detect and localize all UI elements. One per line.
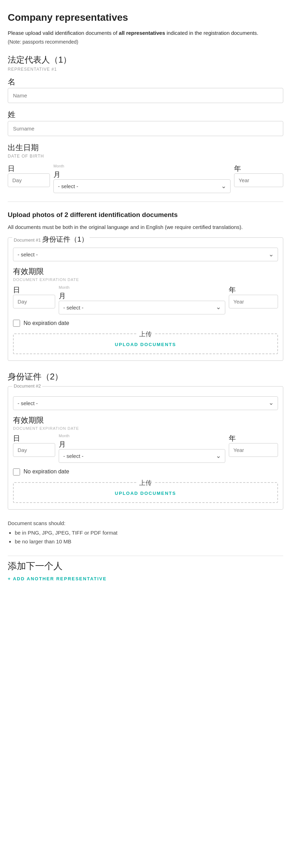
dob-day-col: 日 [8, 164, 50, 187]
page-title: Company representatives [8, 11, 283, 24]
doc1-legend-en: Document #1 [14, 237, 41, 243]
representative-section: 法定代表人（1） REPRESENTATIVE #1 名 姓 出生日期 DATE… [8, 54, 283, 193]
representative-label-en: REPRESENTATIVE #1 [8, 66, 283, 72]
doc1-day-col: 日 [13, 285, 55, 308]
upload-photos-title: Upload photos of 2 different identificat… [8, 210, 283, 220]
doc1-upload-wrapper: 上传 UPLOAD DOCUMENTS [13, 333, 278, 354]
section-divider-1 [8, 202, 283, 202]
surname-field-group: 姓 [8, 109, 283, 136]
doc1-year-col: 年 [229, 285, 278, 308]
doc2-year-zh: 年 [229, 433, 278, 443]
doc1-day-input[interactable] [13, 295, 55, 308]
doc1-type-select-wrapper: - select - Passport ID Card Driver's Lic… [13, 248, 278, 261]
doc1-expiry-en: DOCUMENT EXPIRATION DATE [13, 277, 278, 282]
dob-month-select-wrapper: - select - JanuaryFebruary MarchApril Ma… [53, 179, 231, 193]
dob-date-row: 日 Month 月 - select - JanuaryFebruary Mar… [8, 164, 283, 193]
add-rep-title-zh: 添加下一个人 [8, 560, 283, 572]
doc1-expiry-zh: 有效期限 [13, 266, 278, 277]
doc2-day-input[interactable] [13, 443, 55, 457]
doc2-legend-en: Document #2 [14, 383, 41, 389]
scan-notes-heading: Document scans should: [8, 519, 283, 527]
dob-month-sub: Month [53, 164, 231, 169]
doc2-day-col: 日 [13, 433, 55, 457]
doc1-month-zh: 月 [59, 291, 225, 301]
doc1-no-expiry-checkbox[interactable] [13, 320, 20, 327]
dob-field-group: 出生日期 DATE OF BIRTH 日 Month 月 - select - … [8, 142, 283, 193]
doc2-expiry-date-row: 日 Month 月 - select - JanuaryFebruary Mar… [13, 433, 278, 463]
dob-day-input[interactable] [8, 173, 50, 187]
dob-month-col: Month 月 - select - JanuaryFebruary March… [53, 164, 231, 193]
doc1-type-select[interactable]: - select - Passport ID Card Driver's Lic… [13, 248, 278, 261]
doc1-legend: Document #1 身份证件（1） [12, 234, 90, 244]
doc2-no-expiry-row: No expiration date [13, 468, 278, 476]
doc1-select-wrapper-outer: - select - Passport ID Card Driver's Lic… [13, 248, 278, 261]
doc2-upload-zh: 上传 [136, 479, 155, 487]
upload-photos-note: All documents must be both in the origin… [8, 223, 283, 231]
doc2-month-zh: 月 [59, 439, 225, 449]
scan-notes-item-2: be no larger than 10 MB [15, 538, 283, 545]
add-representative-section: 添加下一个人 + ADD ANOTHER REPRESENTATIVE [8, 556, 283, 583]
passport-note: (Note: passports recommended) [8, 39, 283, 46]
name-field-group: 名 [8, 77, 283, 103]
doc1-upload-zh: 上传 [136, 330, 155, 339]
doc2-upload-wrapper: 上传 UPLOAD DOCUMENTS [13, 482, 278, 503]
doc1-month-col: Month 月 - select - JanuaryFebruary March… [59, 285, 225, 314]
doc1-legend-zh: 身份证件（1） [42, 235, 88, 243]
dob-month-zh: 月 [53, 170, 231, 179]
doc2-month-sub: Month [59, 433, 225, 439]
doc2-day-zh: 日 [13, 433, 55, 443]
doc1-month-sub: Month [59, 285, 225, 290]
intro-bold: all representatives [119, 30, 165, 36]
doc1-expiry-date-row: 日 Month 月 - select - JanuaryFebruary Mar… [13, 285, 278, 314]
scan-notes-list: be in PNG, JPG, JPEG, TIFF or PDF format… [8, 529, 283, 545]
dob-day-zh: 日 [8, 164, 50, 173]
name-label-zh: 名 [8, 77, 283, 88]
dob-label-zh: 出生日期 [8, 142, 283, 153]
doc2-month-col: Month 月 - select - JanuaryFebruary March… [59, 433, 225, 463]
surname-label-zh: 姓 [8, 109, 283, 120]
doc2-month-select[interactable]: - select - JanuaryFebruary MarchApril Ma… [59, 449, 225, 463]
doc2-month-select-wrapper: - select - JanuaryFebruary MarchApril Ma… [59, 449, 225, 463]
doc2-select-wrapper-outer: - select - Passport ID Card Driver's Lic… [13, 396, 278, 410]
add-representative-button[interactable]: + ADD ANOTHER REPRESENTATIVE [8, 576, 107, 581]
upload-photos-section: Upload photos of 2 different identificat… [8, 210, 283, 583]
scan-notes-item-1: be in PNG, JPG, JPEG, TIFF or PDF format [15, 529, 283, 536]
dob-month-select[interactable]: - select - JanuaryFebruary MarchApril Ma… [53, 179, 231, 193]
doc2-type-select[interactable]: - select - Passport ID Card Driver's Lic… [13, 396, 278, 410]
doc2-type-select-wrapper: - select - Passport ID Card Driver's Lic… [13, 396, 278, 410]
dob-year-col: 年 [234, 164, 283, 187]
doc2-fieldset: Document #2 - select - Passport ID Card … [8, 386, 283, 510]
representative-title-zh: 法定代表人（1） [8, 54, 283, 66]
doc1-no-expiry-label: No expiration date [24, 319, 69, 327]
doc1-month-select[interactable]: - select - JanuaryFebruary MarchApril Ma… [59, 301, 225, 314]
surname-input[interactable] [8, 121, 283, 136]
doc2-expiry-zh: 有效期限 [13, 415, 278, 426]
doc1-fieldset: Document #1 身份证件（1） - select - Passport … [8, 237, 283, 361]
dob-year-zh: 年 [234, 164, 283, 173]
doc1-year-zh: 年 [229, 285, 278, 295]
doc2-legend: Document #2 [12, 383, 42, 389]
intro-text: Please upload valid identification docum… [8, 30, 119, 36]
dob-label-en: DATE OF BIRTH [8, 153, 283, 159]
doc2-title-zh: 身份证件（2） [8, 371, 283, 383]
doc1-month-select-wrapper: - select - JanuaryFebruary MarchApril Ma… [59, 301, 225, 314]
doc2-year-input[interactable] [229, 443, 278, 457]
dob-year-input[interactable] [234, 173, 283, 187]
doc1-day-zh: 日 [13, 285, 55, 295]
scan-notes-section: Document scans should: be in PNG, JPG, J… [8, 519, 283, 545]
doc1-year-input[interactable] [229, 295, 278, 308]
doc2-year-col: 年 [229, 433, 278, 457]
name-input[interactable] [8, 88, 283, 103]
doc1-no-expiry-row: No expiration date [13, 319, 278, 327]
doc2-no-expiry-label: No expiration date [24, 468, 69, 476]
doc2-no-expiry-checkbox[interactable] [13, 468, 20, 476]
intro-paragraph: Please upload valid identification docum… [8, 29, 283, 37]
doc2-expiry-en: DOCUMENT EXPIRATION DATE [13, 426, 278, 431]
intro-tail: indicated in the registration documents. [165, 30, 258, 36]
